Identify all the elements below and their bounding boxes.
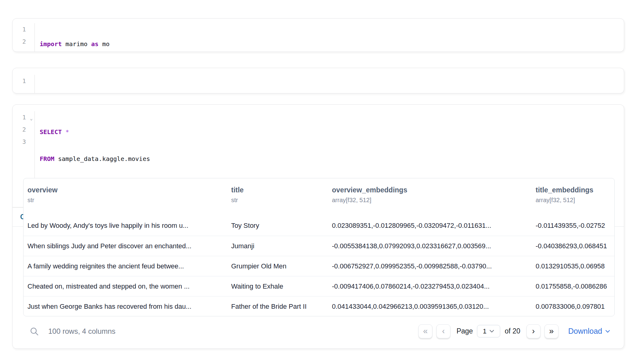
code-line: SELECT * [40,126,150,138]
line-number: 3 [13,136,35,148]
column-name: overview_embeddings [328,186,532,194]
pagination: « ‹ Page 1 of 20 › » Download [418,324,610,338]
table-row[interactable]: Just when George Banks has recovered fro… [24,296,614,316]
table-row[interactable]: Cheated on, mistreated and stepped on, t… [24,276,614,296]
keyword-token: SELECT [40,128,62,136]
code-editor[interactable]: import marimo as mo import duckdb [35,23,110,52]
column-header-title-embeddings[interactable]: title_embeddings array[f32, 512] [532,186,614,216]
code-line: FROM sample_data.kaggle.movies [40,153,150,165]
cell-title: Jumanji [227,242,328,250]
line-number: 1 [13,23,35,35]
cell-overview-embeddings: 0.023089351,-0.012809965,-0.03209472,-0.… [328,222,532,230]
chevron-down-icon [605,330,610,333]
download-label: Download [568,327,602,336]
keyword-token: as [91,40,99,48]
search-icon[interactable] [29,326,39,336]
code-token: duckdb [40,92,62,93]
keyword-token: import [40,40,62,48]
cell-title-embeddings: 0.01755858,-0.0086286 [532,282,614,290]
results-table: overview str title str overview_embeddin… [23,178,615,316]
code-editor[interactable]: duckdb.sql(f"ATTACH 'md:_share/sample_da… [35,75,396,93]
chevron-down-icon [490,330,494,333]
cell-overview-embeddings: 0.041433044,0.042966213,0.0039591365,0.0… [328,303,532,311]
page-number-value: 1 [483,327,486,335]
cell-overview-embeddings: -0.006752927,0.099952355,-0.009982588,-0… [328,262,532,270]
download-button[interactable]: Download [568,327,610,336]
column-name: title_embeddings [532,186,614,194]
code-line: duckdb.sql(f"ATTACH 'md:_share/sample_da… [40,89,396,93]
table-header-row: overview str title str overview_embeddin… [24,178,614,216]
column-header-title[interactable]: title str [227,186,328,216]
cell-title-embeddings: -0.011439355,-0.02752 [532,222,614,230]
table-footer: 100 rows, 4 columns « ‹ Page 1 of 20 › »… [13,316,624,348]
cell-title: Father of the Bride Part II [227,303,328,311]
first-page-button[interactable]: « [418,324,432,338]
column-type: array[f32, 512] [532,197,614,204]
line-number: 2 [13,35,35,48]
code-token: marimo [62,40,91,48]
function-token: sql [65,92,76,93]
line-number: 2 [13,123,35,136]
total-pages-label: of 20 [505,327,520,335]
cell-title: Grumpier Old Men [227,262,328,270]
column-type: array[f32, 512] [328,197,532,204]
string-prefix-token: f [80,92,84,93]
code-cell-attach[interactable]: 1 duckdb.sql(f"ATTACH 'md:_share/sample_… [12,68,624,93]
code-line: import marimo as mo [40,38,110,50]
column-header-overview-embeddings[interactable]: overview_embeddings array[f32, 512] [328,186,532,216]
cell-title-embeddings: 0.0132910535,0.06958 [532,262,614,270]
column-name: overview [24,186,227,194]
cell-title: Toy Story [227,222,328,230]
cell-overview: Cheated on, mistreated and stepped on, t… [24,282,227,290]
code-token: ) [393,92,396,93]
string-token: "ATTACH 'md:_share/sample_data/23b0d623-… [84,92,393,93]
line-number-gutter: 1 [13,75,35,93]
column-name: title [227,186,328,194]
page-number-select[interactable]: 1 [477,325,500,337]
page-label: Page [457,327,473,335]
code-cell-imports[interactable]: 1 2 import marimo as mo import duckdb [12,18,624,52]
cell-overview: A family wedding reignites the ancient f… [24,262,227,270]
column-header-overview[interactable]: overview str [24,186,227,216]
table-row[interactable]: When siblings Judy and Peter discover an… [24,236,614,256]
chevron-down-icon[interactable]: ⌄ [30,112,33,125]
line-number: 1⌄ [13,111,35,123]
cell-overview-embeddings: -0.009417406,0.07860214,-0.023279453,0.0… [328,282,532,290]
cell-overview: Just when George Banks has recovered fro… [24,303,227,311]
operator-token: . [62,92,65,93]
code-token: ( [76,92,80,93]
previous-page-button[interactable]: ‹ [436,324,450,338]
row-count-summary: 100 rows, 4 columns [48,327,418,336]
sql-cell: 1⌄ 2 3 SELECT * FROM sample_data.kaggle.… [12,104,624,349]
code-token: mo [99,40,110,48]
next-page-button[interactable]: › [526,324,541,338]
column-type: str [24,197,227,204]
cell-title: Waiting to Exhale [227,282,328,290]
cell-title-embeddings: 0.007833006,0.097801 [532,303,614,311]
last-page-button[interactable]: » [544,324,559,338]
code-token [62,128,65,136]
cell-overview-embeddings: -0.0055384138,0.07992093,0.023316627,0.0… [328,242,532,250]
cell-overview: Led by Woody, Andy's toys live happily i… [24,222,227,230]
table-row[interactable]: Led by Woody, Andy's toys live happily i… [24,216,614,236]
cell-title-embeddings: -0.040386293,0.068451 [532,242,614,250]
keyword-token: FROM [40,155,54,162]
table-row[interactable]: A family wedding reignites the ancient f… [24,256,614,276]
line-number: 1 [13,75,35,87]
wildcard-token: * [65,128,69,136]
code-token: sample_data.kaggle.movies [54,155,150,162]
cell-overview: When siblings Judy and Peter discover an… [24,242,227,250]
line-number-gutter: 1 2 [13,23,35,52]
column-type: str [227,197,328,204]
